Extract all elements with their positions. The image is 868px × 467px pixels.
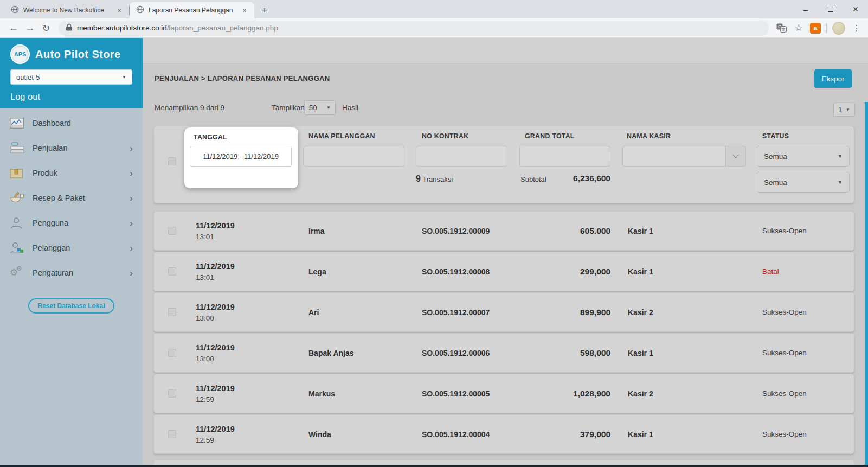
- logout-link[interactable]: Log out: [10, 92, 132, 102]
- row-checkbox[interactable]: [168, 267, 176, 276]
- forward-button[interactable]: →: [22, 21, 38, 36]
- row-checkbox[interactable]: [168, 308, 176, 316]
- padlock-icon: [66, 23, 72, 33]
- page-size-value: 50: [309, 104, 317, 112]
- table-row[interactable]: 11/12/201913:00 Ari SO.005.1912.00007 89…: [153, 292, 854, 332]
- close-button[interactable]: ×: [843, 0, 868, 18]
- cashier-filter-input[interactable]: [622, 146, 725, 167]
- row-checkbox[interactable]: [168, 227, 176, 235]
- column-header-no-kontrak: NO KONTRAK: [422, 132, 468, 140]
- bookmark-star-icon[interactable]: ☆: [793, 22, 805, 34]
- row-status: Sukses-Open: [762, 227, 855, 235]
- sidebar: APS Auto Pilot Store outlet-5 ▼ Log out …: [0, 38, 143, 467]
- minimize-button[interactable]: –: [793, 0, 818, 18]
- sidebar-item-resep-paket[interactable]: Resep & Paket ›: [0, 185, 143, 210]
- table-row[interactable]: 11/12/201913:01 Irma SO.005.1912.00009 6…: [153, 211, 854, 251]
- filter-header-card: TANGGAL NAMA PELANGGAN NO KONTRAK 9 Tran…: [153, 126, 854, 203]
- row-time: 13:01: [196, 273, 308, 282]
- restore-icon: [828, 7, 833, 12]
- row-date: 11/12/2019: [196, 262, 308, 271]
- globe-favicon: [136, 5, 144, 15]
- sidebar-item-label: Dashboard: [33, 119, 71, 127]
- table-row[interactable]: 11/12/201913:01 Lega SO.005.1912.00008 2…: [153, 252, 854, 291]
- table-row[interactable]: 11/12/201913:00 Bapak Anjas SO.005.1912.…: [153, 333, 854, 373]
- translate-icon[interactable]: G文: [775, 22, 787, 34]
- sidebar-item-pelanggan[interactable]: Pelanggan ›: [0, 235, 143, 260]
- page-number-value: 1: [838, 106, 842, 114]
- table-row[interactable]: 11/12/201912:59 Markus SO.005.1912.00005…: [153, 374, 854, 413]
- url-path: /laporan_pesanan_pelanggan.php: [167, 24, 278, 32]
- select-all-checkbox[interactable]: [168, 157, 176, 165]
- date-range-input[interactable]: [190, 146, 292, 167]
- customer-filter-input[interactable]: [303, 146, 404, 167]
- chevron-down-icon: ▼: [846, 107, 850, 112]
- contract-filter-input[interactable]: [416, 146, 507, 167]
- row-cashier: Kasir 2: [616, 308, 762, 317]
- sidebar-item-pengguna[interactable]: Pengguna ›: [0, 210, 143, 235]
- status-select-1[interactable]: Semua ▼: [757, 146, 850, 167]
- row-time: 13:00: [196, 314, 308, 322]
- cashier-dropdown-toggle[interactable]: [725, 146, 746, 167]
- row-cashier: Kasir 2: [616, 389, 762, 398]
- reset-database-button[interactable]: Reset Database Lokal: [28, 298, 114, 314]
- customer-icon: [10, 242, 26, 254]
- order-rows: 11/12/201913:01 Irma SO.005.1912.00009 6…: [153, 211, 854, 466]
- row-customer: Ari: [308, 308, 422, 317]
- sidebar-header: APS Auto Pilot Store outlet-5 ▼ Log out: [0, 38, 143, 108]
- row-customer: Irma: [308, 227, 422, 235]
- tab-title: Welcome to New Backoffice: [23, 7, 111, 14]
- page-number-select[interactable]: 1 ▼: [833, 103, 855, 117]
- row-time: 12:59: [196, 395, 308, 404]
- subtotal-value: 6,236,600: [519, 174, 610, 183]
- new-tab-button[interactable]: +: [258, 3, 272, 17]
- gears-icon: ⚙⚙: [10, 267, 26, 279]
- row-cashier: Kasir 1: [616, 267, 762, 276]
- tab-welcome-backoffice[interactable]: Welcome to New Backoffice ×: [4, 2, 129, 18]
- content-top-band: [143, 38, 868, 63]
- sidebar-menu: Dashboard Penjualan › Produk ›: [0, 108, 143, 467]
- chevron-down-icon: [732, 152, 738, 158]
- sidebar-item-dashboard[interactable]: Dashboard: [0, 111, 143, 136]
- outlet-select-value: outlet-5: [16, 73, 40, 81]
- sidebar-item-label: Pengguna: [33, 219, 68, 227]
- back-button[interactable]: ←: [5, 21, 22, 36]
- sidebar-item-penjualan[interactable]: Penjualan ›: [0, 136, 143, 161]
- row-checkbox[interactable]: [168, 430, 176, 438]
- column-header-status: STATUS: [762, 132, 789, 140]
- status-select-2[interactable]: Semua ▼: [757, 172, 850, 193]
- row-status: Batal: [762, 267, 855, 276]
- extension-bag-icon[interactable]: a: [810, 23, 821, 34]
- row-status: Sukses-Open: [762, 430, 855, 438]
- tab-close-icon[interactable]: ×: [240, 7, 249, 15]
- tab-close-icon[interactable]: ×: [115, 7, 124, 15]
- reload-button[interactable]: ↻: [38, 21, 54, 36]
- tab-laporan-pesanan[interactable]: Laporan Pesanan Pelanggan ×: [130, 2, 254, 18]
- profile-avatar[interactable]: [832, 22, 845, 35]
- row-time: 12:59: [196, 436, 308, 444]
- grand-total-filter-input[interactable]: [519, 146, 610, 167]
- restore-button[interactable]: [818, 0, 843, 18]
- row-date: 11/12/2019: [196, 303, 308, 311]
- column-header-nama-kasir: NAMA KASIR: [627, 132, 671, 140]
- table-row[interactable]: 11/12/201912:59 Winda SO.005.1912.00004 …: [153, 414, 854, 454]
- hasil-label: Hasil: [342, 101, 358, 115]
- sidebar-item-pengaturan[interactable]: ⚙⚙ Pengaturan ›: [0, 260, 143, 285]
- row-cashier: Kasir 1: [616, 430, 762, 439]
- row-checkbox[interactable]: [168, 389, 176, 398]
- toolbar-right: G文 ☆ a ⋮: [775, 22, 863, 35]
- main-content: PENJUALAN > LAPORAN PESANAN PELANGGAN Ek…: [143, 38, 868, 467]
- page-scrollbar[interactable]: [865, 102, 868, 467]
- outlet-select[interactable]: outlet-5 ▼: [10, 69, 132, 85]
- export-button[interactable]: Ekspor: [814, 69, 852, 88]
- row-grand-total: 1,028,900: [529, 389, 616, 399]
- chevron-right-icon: ›: [130, 194, 133, 203]
- sidebar-item-produk[interactable]: Produk ›: [0, 161, 143, 185]
- status-select-1-value: Semua: [764, 152, 787, 161]
- row-date: 11/12/2019: [196, 343, 308, 352]
- page-size-select[interactable]: 50 ▼: [304, 100, 336, 115]
- chrome-menu-icon[interactable]: ⋮: [851, 22, 863, 34]
- row-checkbox[interactable]: [168, 349, 176, 357]
- window-bottom-edge: [0, 465, 868, 467]
- transactions-summary: 9 Transaksi: [416, 174, 453, 184]
- address-bar[interactable]: member.autopilotstore.co.id/laporan_pesa…: [59, 21, 769, 36]
